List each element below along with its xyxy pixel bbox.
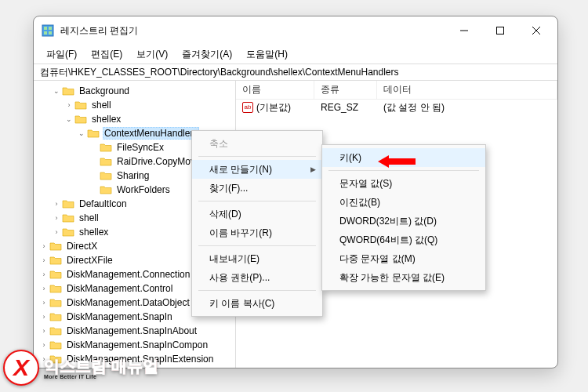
folder-icon	[100, 156, 112, 167]
ctx-new-expandstring[interactable]: 확장 가능한 문자열 값(E)	[322, 268, 485, 287]
menu-file[interactable]: 파일(F)	[40, 46, 83, 63]
list-row[interactable]: ab(기본값) REG_SZ (값 설정 안 됨)	[236, 100, 557, 115]
ctx-new[interactable]: 새로 만들기(N)▶	[192, 160, 322, 179]
col-header-data[interactable]: 데이터	[377, 81, 557, 99]
ctx-separator	[198, 156, 316, 157]
menu-view[interactable]: 보기(V)	[130, 46, 174, 63]
window-controls	[446, 18, 554, 43]
tree-item-label: shellex	[78, 227, 110, 238]
app-icon	[42, 24, 54, 37]
chevron-right-icon[interactable]: ›	[38, 241, 49, 252]
folder-icon	[49, 297, 62, 308]
ctx-rename[interactable]: 이름 바꾸기(R)	[192, 223, 322, 242]
tree-item-label: shell	[78, 212, 100, 223]
ctx-permissions[interactable]: 사용 권한(P)...	[192, 268, 322, 287]
menubar: 파일(F) 편집(E) 보기(V) 즐겨찾기(A) 도움말(H)	[34, 45, 557, 64]
tree-item-label: DiskManagement.SnapIn	[65, 311, 174, 322]
folder-icon	[49, 339, 62, 350]
ctx-separator	[198, 201, 316, 201]
expander-placeholder	[89, 184, 100, 195]
chevron-right-icon[interactable]: ›	[38, 297, 49, 308]
ctx-new-multistring[interactable]: 다중 문자열 값(M)	[322, 249, 485, 268]
expander-placeholder	[89, 156, 100, 167]
chevron-right-icon[interactable]: ›	[38, 283, 49, 294]
chevron-right-icon[interactable]: ›	[38, 269, 49, 280]
tree-item[interactable]: ⌄shellex	[34, 112, 235, 126]
addressbar-path: 컴퓨터\HKEY_CLASSES_ROOT\Directory\Backgrou…	[40, 66, 399, 79]
ctx-new-dword[interactable]: DWORD(32비트) 값(D)	[322, 212, 485, 230]
ctx-export[interactable]: 내보내기(E)	[192, 249, 322, 268]
folder-icon	[49, 325, 62, 336]
folder-icon	[62, 227, 74, 238]
tree-item-label: Background	[78, 85, 131, 96]
context-menu: 축소 새로 만들기(N)▶ 찾기(F)... 삭제(D) 이름 바꾸기(R) 내…	[191, 130, 323, 317]
window-title: 레지스트리 편집기	[60, 24, 446, 38]
folder-icon	[49, 269, 62, 280]
svg-rect-1	[44, 27, 47, 30]
folder-icon	[49, 311, 62, 322]
svg-marker-9	[378, 155, 416, 168]
chevron-down-icon[interactable]: ⌄	[76, 128, 87, 139]
titlebar: 레지스트리 편집기	[34, 16, 557, 45]
chevron-right-icon[interactable]: ›	[38, 325, 49, 336]
list-header: 이름 종류 데이터	[236, 81, 557, 100]
tree-item-label: DiskManagement.SnapInAbout	[65, 325, 198, 336]
ctx-new-string[interactable]: 문자열 값(S)	[322, 174, 485, 193]
tree-item-label: WorkFolders	[115, 184, 172, 195]
col-header-type[interactable]: 종류	[314, 81, 377, 99]
menu-edit[interactable]: 편집(E)	[85, 46, 129, 63]
tree-item-label: DirectXFile	[65, 255, 114, 266]
folder-icon	[49, 255, 62, 266]
chevron-right-icon[interactable]: ›	[51, 198, 62, 209]
tree-item-label: DiskManagement.SnapInCompon	[65, 339, 209, 350]
tree-item-label: shell	[90, 100, 113, 111]
ctx-separator	[198, 245, 316, 246]
tree-item-label: DefaultIcon	[78, 198, 129, 209]
chevron-right-icon[interactable]: ›	[51, 212, 62, 223]
tree-item-label: ContextMenuHandlers	[103, 127, 199, 140]
tree-item[interactable]: ›DiskManagement.SnapInAbout	[34, 324, 235, 338]
folder-icon	[100, 142, 112, 153]
value-name-cell: ab(기본값)	[236, 101, 314, 114]
col-header-name[interactable]: 이름	[236, 81, 314, 99]
close-button[interactable]	[518, 18, 554, 43]
folder-icon	[100, 170, 112, 181]
svg-rect-3	[44, 31, 47, 34]
menu-favorites[interactable]: 즐겨찾기(A)	[176, 46, 238, 63]
menu-help[interactable]: 도움말(H)	[240, 46, 294, 63]
folder-icon	[49, 283, 62, 294]
chevron-right-icon[interactable]: ›	[38, 311, 49, 322]
tree-item[interactable]: ›shell	[34, 98, 235, 112]
tree-item-label: RaiDrive.CopyMove	[115, 156, 202, 167]
annotation-arrow-icon	[378, 154, 417, 172]
ctx-delete[interactable]: 삭제(D)	[192, 205, 322, 223]
ctx-collapse: 축소	[192, 134, 322, 153]
folder-icon	[100, 184, 112, 195]
folder-icon	[62, 212, 74, 223]
chevron-right-icon[interactable]: ›	[38, 255, 49, 266]
ctx-find[interactable]: 찾기(F)...	[192, 179, 322, 198]
folder-icon	[87, 128, 100, 139]
tree-item-label: Sharing	[115, 170, 151, 181]
svg-rect-2	[49, 27, 52, 30]
chevron-right-icon[interactable]: ›	[38, 339, 49, 350]
tree-item-label: DiskManagement.Connection	[65, 269, 191, 280]
chevron-right-icon[interactable]: ›	[64, 100, 74, 111]
ctx-new-qword[interactable]: QWORD(64비트) 값(Q)	[322, 230, 485, 249]
folder-icon	[62, 85, 74, 96]
folder-icon	[74, 100, 87, 111]
minimize-button[interactable]	[446, 18, 482, 43]
ctx-new-binary[interactable]: 이진값(B)	[322, 193, 485, 212]
ctx-copy-key-name[interactable]: 키 이름 복사(C)	[192, 294, 322, 313]
chevron-right-icon[interactable]: ›	[51, 227, 62, 238]
tree-item[interactable]: ⌄Background	[34, 84, 235, 98]
svg-rect-4	[49, 31, 52, 34]
addressbar[interactable]: 컴퓨터\HKEY_CLASSES_ROOT\Directory\Backgrou…	[34, 64, 557, 81]
folder-icon	[49, 241, 62, 252]
svg-rect-6	[497, 27, 504, 34]
tree-item-label: DiskManagement.DataObject	[65, 297, 191, 308]
maximize-button[interactable]	[482, 18, 518, 43]
expander-placeholder	[89, 142, 100, 153]
chevron-down-icon[interactable]: ⌄	[64, 114, 74, 125]
chevron-down-icon[interactable]: ⌄	[51, 85, 62, 96]
